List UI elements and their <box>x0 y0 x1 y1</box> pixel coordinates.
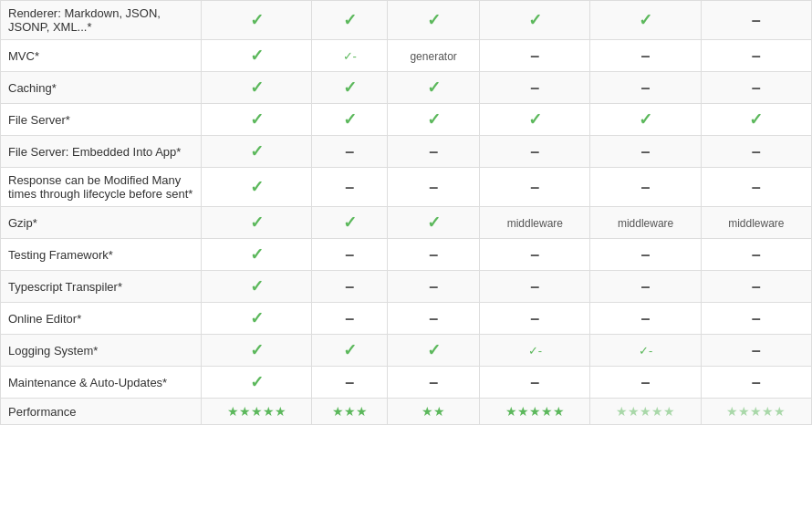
row-label: Online Editor* <box>1 303 202 335</box>
dash-icon: – <box>752 373 761 391</box>
cell-8-5: – <box>701 271 811 303</box>
stars-watermark: ★★★★★ <box>616 404 675 419</box>
generator-label: generator <box>410 50 456 63</box>
table-row: Online Editor*✓––––– <box>1 303 812 335</box>
table-row: Logging System*✓✓✓✓-✓-– <box>1 335 812 367</box>
check-icon: ✓ <box>528 110 542 129</box>
table-row: Performance★★★★★★★★★★★★★★★★★★★★★★★★★ <box>1 399 812 425</box>
dash-icon: – <box>752 341 761 359</box>
dash-icon: – <box>752 309 761 327</box>
cell-8-2: – <box>388 271 480 303</box>
cell-3-1: ✓ <box>312 104 388 136</box>
dash-icon: – <box>752 11 761 29</box>
cell-0-4: ✓ <box>590 1 701 40</box>
cell-10-5: – <box>701 335 811 367</box>
cell-10-0: ✓ <box>202 335 312 367</box>
check-dash-icon: ✓- <box>639 344 652 358</box>
cell-1-2: generator <box>388 40 480 72</box>
table-row: File Server: Embedded Into App*✓––––– <box>1 136 812 168</box>
dash-icon: – <box>429 309 438 327</box>
table-row: Testing Framework*✓––––– <box>1 239 812 271</box>
cell-11-5: – <box>701 367 811 399</box>
table-row: Renderer: Markdown, JSON, JSONP, XML...*… <box>1 1 812 40</box>
cell-0-5: – <box>701 1 811 40</box>
cell-11-4: – <box>590 367 701 399</box>
dash-icon: – <box>641 373 651 391</box>
check-icon: ✓ <box>250 78 264 97</box>
dash-icon: – <box>345 277 354 295</box>
cell-2-2: ✓ <box>388 72 480 104</box>
check-icon: ✓ <box>343 341 357 359</box>
cell-8-4: – <box>590 271 701 303</box>
dash-icon: – <box>530 47 539 65</box>
cell-7-5: – <box>701 239 811 271</box>
dash-icon: – <box>752 277 761 295</box>
cell-9-2: – <box>388 303 480 335</box>
cell-2-5: – <box>701 72 811 104</box>
check-icon: ✓ <box>343 11 357 29</box>
five-stars: ★★★★★ <box>227 404 286 419</box>
check-dash-icon: ✓- <box>343 49 357 63</box>
cell-5-4: – <box>590 168 701 207</box>
cell-2-4: – <box>590 72 701 104</box>
cell-6-4: middleware <box>590 207 701 239</box>
row-label: Caching* <box>1 72 202 104</box>
dash-icon: – <box>530 373 539 391</box>
cell-7-4: – <box>590 239 701 271</box>
check-icon: ✓ <box>250 373 264 391</box>
check-icon: ✓ <box>427 11 441 29</box>
check-dash-icon: ✓- <box>528 344 542 358</box>
cell-2-0: ✓ <box>202 72 312 104</box>
dash-icon: – <box>641 277 651 295</box>
cell-11-1: – <box>312 367 388 399</box>
cell-5-2: – <box>388 168 480 207</box>
cell-10-4: ✓- <box>590 335 701 367</box>
check-icon: ✓ <box>250 11 264 29</box>
dash-icon: – <box>345 245 354 264</box>
dash-icon: – <box>345 142 354 161</box>
cell-5-5: – <box>701 168 811 207</box>
dash-icon: – <box>641 142 651 161</box>
dash-icon: – <box>641 245 651 264</box>
check-icon: ✓ <box>250 341 264 359</box>
dash-icon: – <box>530 142 539 161</box>
dash-icon: – <box>429 373 438 391</box>
check-icon: ✓ <box>343 213 357 232</box>
dash-icon: – <box>345 373 354 391</box>
cell-3-2: ✓ <box>388 104 480 136</box>
cell-6-0: ✓ <box>202 207 312 239</box>
check-icon: ✓ <box>749 110 763 129</box>
cell-9-5: – <box>701 303 811 335</box>
cell-4-0: ✓ <box>202 136 312 168</box>
cell-8-1: – <box>312 271 388 303</box>
row-label: Maintenance & Auto-Updates* <box>1 367 202 399</box>
cell-10-1: ✓ <box>312 335 388 367</box>
cell-1-0: ✓ <box>202 40 312 72</box>
three-stars: ★★★ <box>332 404 368 419</box>
dash-icon: – <box>641 309 651 327</box>
cell-3-3: ✓ <box>480 104 590 136</box>
five-stars: ★★★★★ <box>505 404 565 419</box>
dash-icon: – <box>345 178 354 196</box>
row-label: MVC* <box>1 40 202 72</box>
row-label: File Server: Embedded Into App* <box>1 136 202 168</box>
cell-1-1: ✓- <box>312 40 388 72</box>
cell-11-0: ✓ <box>202 367 312 399</box>
dash-icon: – <box>530 178 539 196</box>
cell-12-4: ★★★★★ <box>590 399 701 425</box>
dash-icon: – <box>752 142 761 161</box>
middleware-label: middleware <box>507 217 563 230</box>
cell-3-4: ✓ <box>590 104 701 136</box>
check-icon: ✓ <box>427 341 441 359</box>
check-icon: ✓ <box>639 11 652 29</box>
dash-icon: – <box>345 309 354 327</box>
stars-watermark: ★★★★★ <box>726 404 786 419</box>
table-row: Caching*✓✓✓––– <box>1 72 812 104</box>
check-icon: ✓ <box>250 277 264 295</box>
cell-12-1: ★★★ <box>312 399 388 425</box>
row-label: Testing Framework* <box>1 239 202 271</box>
cell-12-2: ★★ <box>388 399 480 425</box>
cell-8-3: – <box>480 271 590 303</box>
dash-icon: – <box>530 277 539 295</box>
table-row: Gzip*✓✓✓middlewaremiddlewaremiddleware <box>1 207 812 239</box>
